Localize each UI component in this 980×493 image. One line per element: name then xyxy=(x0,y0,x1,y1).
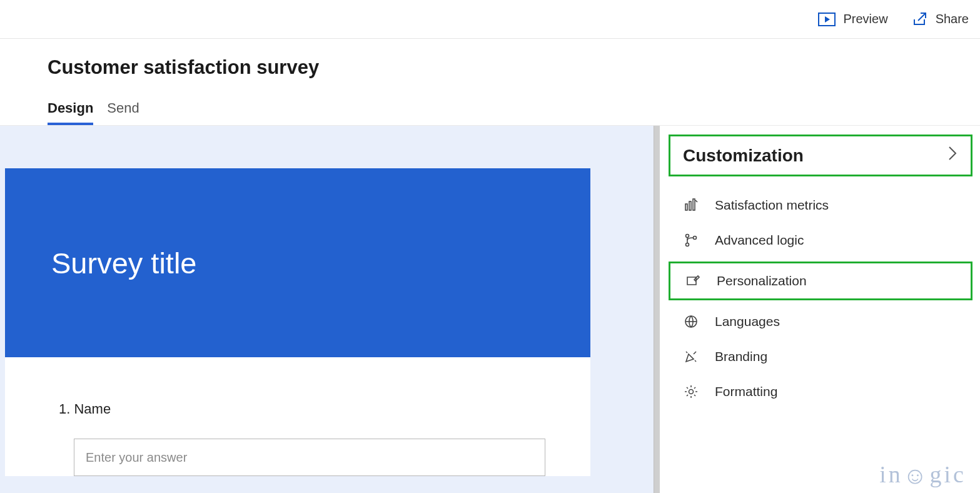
share-button[interactable]: Share xyxy=(912,12,969,27)
page-title: Customer satisfaction survey xyxy=(48,56,980,79)
sidebar-item-label: Formatting xyxy=(715,384,777,399)
question-1: 1. Name xyxy=(5,357,590,476)
sidebar-item-label: Advanced logic xyxy=(715,233,804,248)
preview-label: Preview xyxy=(843,12,887,26)
branding-icon xyxy=(684,349,699,364)
svg-point-6 xyxy=(694,236,697,240)
survey-canvas: Survey title 1. Name xyxy=(0,126,660,493)
body: Survey title 1. Name Customization xyxy=(0,125,980,493)
sidebar-item-label: Satisfaction metrics xyxy=(715,198,829,213)
sidebar-item-personalization[interactable]: Personalization xyxy=(670,263,971,298)
svg-point-8 xyxy=(689,390,694,394)
sidebar-item-formatting[interactable]: Formatting xyxy=(669,374,972,409)
topbar: Preview Share xyxy=(0,0,980,39)
sidebar-item-label: Personalization xyxy=(717,273,807,288)
metrics-icon xyxy=(684,198,699,213)
branch-icon xyxy=(684,233,699,248)
question-1-input[interactable] xyxy=(74,439,545,476)
customization-header[interactable]: Customization xyxy=(669,135,972,176)
svg-point-5 xyxy=(686,243,689,246)
sidebar-item-branding[interactable]: Branding xyxy=(669,339,972,374)
question-text: Name xyxy=(74,401,111,417)
gear-icon xyxy=(684,384,699,399)
question-1-label: 1. Name xyxy=(59,401,590,417)
side-panel: Customization Satisfaction metrics xyxy=(660,126,980,493)
survey-hero[interactable]: Survey title xyxy=(5,168,590,357)
survey-title[interactable]: Survey title xyxy=(51,246,196,280)
chevron-right-icon xyxy=(947,145,958,166)
personalization-highlight: Personalization xyxy=(669,262,972,300)
question-number: 1. xyxy=(59,401,70,417)
svg-point-4 xyxy=(686,235,689,238)
tabs: Design Send xyxy=(48,95,980,125)
svg-rect-3 xyxy=(693,199,695,210)
edit-box-icon xyxy=(685,273,700,288)
customization-list: Satisfaction metrics Advanced logic xyxy=(669,188,972,409)
svg-rect-2 xyxy=(689,201,691,210)
play-preview-icon xyxy=(818,13,836,26)
survey-canvas-inner: Survey title 1. Name xyxy=(5,168,590,476)
sidebar-item-label: Languages xyxy=(715,314,780,329)
preview-button[interactable]: Preview xyxy=(818,12,887,26)
globe-icon xyxy=(684,314,699,329)
sidebar-item-languages[interactable]: Languages xyxy=(669,304,972,339)
tab-send[interactable]: Send xyxy=(107,95,139,125)
sidebar-item-advanced-logic[interactable]: Advanced logic xyxy=(669,223,972,258)
share-label: Share xyxy=(936,12,969,26)
tab-design[interactable]: Design xyxy=(48,95,93,125)
svg-rect-1 xyxy=(685,204,687,210)
sidebar-item-label: Branding xyxy=(715,349,767,364)
canvas-scrollbar[interactable] xyxy=(654,126,660,493)
watermark-logo: in☺gic xyxy=(879,460,966,488)
customization-title: Customization xyxy=(683,146,804,166)
header: Customer satisfaction survey Design Send xyxy=(0,39,980,125)
sidebar-item-satisfaction-metrics[interactable]: Satisfaction metrics xyxy=(669,188,972,223)
share-icon xyxy=(912,12,928,27)
